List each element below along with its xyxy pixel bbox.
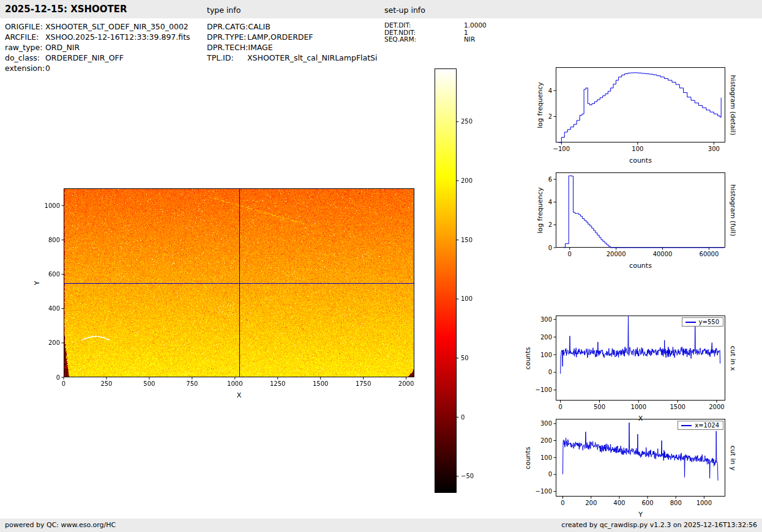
svg-text:0: 0 (56, 374, 60, 381)
histogram-detail-x-label: counts (629, 157, 652, 164)
info-value: XSHOO.2025-12-16T12:33:39.897.fits (45, 32, 190, 42)
detector-axes: 0250500750100012501500175020000200400600… (64, 188, 414, 377)
svg-text:1250: 1250 (270, 380, 285, 387)
svg-text:800: 800 (48, 237, 60, 243)
info-row-origfile: ORIGFILE:XSHOOTER_SLT_ODEF_NIR_350_0002 (5, 21, 190, 32)
svg-text:0: 0 (568, 251, 572, 257)
svg-text:−50: −50 (461, 473, 474, 479)
info-value: IMAGE (248, 42, 272, 53)
histogram-detail-plot: log frequency histogram (detail) counts … (556, 67, 725, 142)
svg-text:1750: 1750 (356, 380, 371, 387)
info-row-arcfile: ARCFILE:XSHOO.2025-12-16T12:33:39.897.fi… (5, 32, 190, 42)
cut-x-right-label: cut in x (730, 345, 738, 371)
info-label: ARCFILE: (5, 32, 45, 42)
svg-text:−100: −100 (536, 386, 552, 393)
info-row-doclass: do_class:ORDERDEF_NIR_OFF (5, 53, 190, 63)
cut-x-y-label: counts (524, 347, 532, 369)
histogram-full-plot: log frequency histogram (full) counts 02… (556, 172, 725, 248)
histogram_detail-chart: −10010030024 (556, 67, 725, 142)
svg-text:100: 100 (632, 146, 643, 152)
svg-text:300: 300 (540, 420, 552, 427)
info-value: ORD_NIR (45, 42, 80, 53)
footer-credit: created by qc_rawdisp.py v1.2.3 on 2025-… (561, 521, 757, 529)
info-value: 1.0000 (464, 22, 487, 29)
legend-line-sample (681, 425, 692, 426)
svg-text:200: 200 (48, 339, 60, 346)
svg-text:1000: 1000 (227, 380, 242, 387)
svg-text:60000: 60000 (700, 251, 719, 257)
svg-text:4: 4 (548, 199, 552, 205)
info-label: DPR.TECH: (207, 42, 248, 53)
qc-link[interactable]: www.eso.org/HC (61, 521, 116, 529)
histogram-full-right-label: histogram (full) (730, 184, 738, 236)
svg-text:1000: 1000 (697, 500, 712, 506)
svg-text:2000: 2000 (709, 404, 724, 410)
info-row-detdit: DET.DIT:1.0000 (384, 22, 487, 29)
histogram_full-chart: 02000040000600000246 (556, 172, 725, 248)
cut-y-legend: x=1024 (678, 421, 723, 430)
svg-text:0: 0 (548, 369, 552, 375)
svg-text:300: 300 (540, 316, 552, 323)
setup-info-block: DET.DIT:1.0000 DET.NDIT:1 SEQ.ARM:NIR (384, 22, 487, 43)
footer-left: powered by QC: www.eso.org/HC (5, 521, 116, 529)
svg-text:150: 150 (461, 237, 473, 243)
file-info-block: ORIGFILE:XSHOOTER_SLT_ODEF_NIR_350_0002 … (5, 21, 190, 73)
footer-bar: powered by QC: www.eso.org/HC created by… (0, 519, 762, 532)
svg-text:800: 800 (670, 500, 682, 506)
svg-text:100: 100 (540, 454, 552, 461)
cut_y-chart: 02004006008001000−1000100200300 (556, 419, 725, 497)
info-label: extension: (5, 63, 45, 73)
histogram-detail-y-label: log frequency (536, 82, 544, 128)
svg-text:6: 6 (548, 176, 552, 183)
svg-text:−100: −100 (536, 488, 552, 495)
histogram-detail-right-label: histogram (detail) (730, 75, 738, 135)
info-row-dprtech: DPR.TECH:IMAGE (207, 42, 378, 53)
cut-in-y-plot: counts cut in y Y x=1024 020040060080010… (556, 419, 725, 497)
info-value: XSHOOTER_slt_cal_NIRLampFlatSi (247, 53, 378, 63)
info-label: TPL.ID: (207, 53, 247, 63)
info-value: XSHOOTER_SLT_ODEF_NIR_350_0002 (45, 21, 189, 32)
cut-in-x-plot: counts cut in x X y=550 0500100015002000… (556, 316, 725, 401)
colorbar: −50050100150200250 (435, 68, 457, 493)
svg-text:40000: 40000 (653, 251, 673, 257)
svg-text:4: 4 (548, 87, 552, 94)
cut-y-legend-label: x=1024 (695, 422, 719, 429)
svg-text:1500: 1500 (670, 404, 685, 410)
svg-text:500: 500 (143, 380, 155, 387)
svg-text:0: 0 (548, 471, 552, 478)
info-label: do_class: (5, 53, 45, 63)
svg-text:0: 0 (558, 404, 562, 410)
svg-text:0: 0 (62, 380, 65, 387)
svg-text:200: 200 (461, 177, 473, 184)
info-value: 0 (45, 63, 50, 73)
svg-text:100: 100 (461, 295, 473, 302)
svg-text:250: 250 (461, 118, 473, 125)
svg-text:50: 50 (461, 355, 469, 361)
svg-text:1000: 1000 (45, 202, 60, 209)
svg-text:200: 200 (540, 437, 552, 444)
info-row-dprcatg: DPR.CATG:CALIB (207, 21, 378, 32)
legend-line-sample (685, 322, 696, 323)
info-value: LAMP,ORDERDEF (247, 32, 313, 42)
info-row-rawtype: raw_type:ORD_NIR (5, 42, 190, 53)
cut_x-chart: 0500100015002000−1000100200300 (556, 316, 725, 401)
info-label: DET.DIT: (384, 22, 464, 29)
info-value: ORDERDEF_NIR_OFF (45, 53, 124, 63)
cut-y-x-label: Y (638, 511, 643, 519)
svg-text:2: 2 (548, 113, 552, 120)
svg-text:400: 400 (613, 500, 625, 506)
type-info-heading: type info (207, 6, 241, 15)
info-row-extension: extension:0 (5, 63, 190, 73)
colorbar-axes: −50050100150200250 (435, 68, 457, 493)
info-row-seqarm: SEQ.ARM:NIR (384, 36, 487, 43)
svg-text:0: 0 (561, 500, 564, 506)
info-value: CALIB (248, 21, 271, 32)
info-row-dprtype: DPR.TYPE:LAMP,ORDERDEF (207, 32, 378, 42)
svg-text:200: 200 (585, 500, 597, 506)
setup-info-heading: set-up info (384, 6, 425, 15)
histogram-full-y-label: log frequency (536, 187, 544, 233)
info-row-tplid: TPL.ID:XSHOOTER_slt_cal_NIRLampFlatSi (207, 53, 378, 63)
header-bar: 2025-12-15: XSHOOTER type info set-up in… (0, 0, 762, 18)
powered-by-text: powered by QC: (5, 521, 61, 529)
svg-text:600: 600 (48, 271, 60, 278)
